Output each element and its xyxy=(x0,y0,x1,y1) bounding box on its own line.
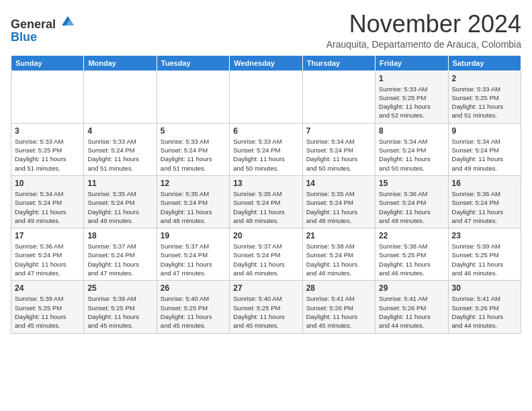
day-number: 25 xyxy=(87,283,152,293)
day-number: 6 xyxy=(233,126,298,136)
day-info: Sunrise: 5:35 AM Sunset: 5:24 PM Dayligh… xyxy=(161,189,226,225)
week-row-3: 17Sunrise: 5:36 AM Sunset: 5:24 PM Dayli… xyxy=(11,228,521,281)
day-number: 15 xyxy=(379,179,444,188)
day-info: Sunrise: 5:35 AM Sunset: 5:24 PM Dayligh… xyxy=(306,189,371,225)
day-info: Sunrise: 5:34 AM Sunset: 5:24 PM Dayligh… xyxy=(15,189,80,225)
day-number: 21 xyxy=(306,231,371,240)
calendar-cell xyxy=(230,71,302,123)
day-info: Sunrise: 5:34 AM Sunset: 5:24 PM Dayligh… xyxy=(452,137,517,173)
day-number: 30 xyxy=(452,283,517,293)
day-number: 23 xyxy=(452,231,517,240)
day-info: Sunrise: 5:40 AM Sunset: 5:25 PM Dayligh… xyxy=(161,294,226,330)
calendar: SundayMondayTuesdayWednesdayThursdayFrid… xyxy=(11,55,521,334)
day-number: 11 xyxy=(87,179,152,188)
header-day-wednesday: Wednesday xyxy=(230,55,302,71)
calendar-cell: 15Sunrise: 5:36 AM Sunset: 5:24 PM Dayli… xyxy=(375,175,448,228)
day-info: Sunrise: 5:33 AM Sunset: 5:25 PM Dayligh… xyxy=(379,85,444,120)
day-info: Sunrise: 5:38 AM Sunset: 5:25 PM Dayligh… xyxy=(379,242,444,277)
day-info: Sunrise: 5:37 AM Sunset: 5:24 PM Dayligh… xyxy=(233,242,298,277)
header: General Blue November 2024 Arauquita, De… xyxy=(11,11,521,50)
day-number: 10 xyxy=(15,179,80,188)
calendar-cell: 8Sunrise: 5:34 AM Sunset: 5:24 PM Daylig… xyxy=(375,123,448,175)
day-number: 19 xyxy=(161,231,226,240)
day-number: 16 xyxy=(452,179,517,188)
calendar-cell: 10Sunrise: 5:34 AM Sunset: 5:24 PM Dayli… xyxy=(11,175,84,228)
day-number: 17 xyxy=(15,231,80,240)
day-number: 27 xyxy=(233,283,298,293)
day-info: Sunrise: 5:33 AM Sunset: 5:24 PM Dayligh… xyxy=(233,137,298,173)
calendar-body: 1Sunrise: 5:33 AM Sunset: 5:25 PM Daylig… xyxy=(11,71,521,333)
day-info: Sunrise: 5:41 AM Sunset: 5:26 PM Dayligh… xyxy=(452,294,517,330)
day-number: 24 xyxy=(15,283,80,293)
calendar-cell: 11Sunrise: 5:35 AM Sunset: 5:24 PM Dayli… xyxy=(84,175,157,228)
day-info: Sunrise: 5:37 AM Sunset: 5:24 PM Dayligh… xyxy=(87,242,152,277)
day-info: Sunrise: 5:33 AM Sunset: 5:24 PM Dayligh… xyxy=(87,137,152,173)
day-info: Sunrise: 5:33 AM Sunset: 5:25 PM Dayligh… xyxy=(15,137,80,173)
calendar-cell xyxy=(11,71,84,123)
logo-general: General xyxy=(11,17,56,31)
week-row-0: 1Sunrise: 5:33 AM Sunset: 5:25 PM Daylig… xyxy=(11,71,521,123)
calendar-cell: 9Sunrise: 5:34 AM Sunset: 5:24 PM Daylig… xyxy=(448,123,521,175)
calendar-cell: 25Sunrise: 5:39 AM Sunset: 5:25 PM Dayli… xyxy=(84,281,157,333)
day-info: Sunrise: 5:41 AM Sunset: 5:26 PM Dayligh… xyxy=(379,294,444,330)
day-info: Sunrise: 5:37 AM Sunset: 5:24 PM Dayligh… xyxy=(161,242,226,277)
day-number: 3 xyxy=(15,126,80,136)
calendar-cell: 23Sunrise: 5:39 AM Sunset: 5:25 PM Dayli… xyxy=(448,228,521,281)
calendar-cell: 6Sunrise: 5:33 AM Sunset: 5:24 PM Daylig… xyxy=(230,123,302,175)
logo-blue: Blue xyxy=(11,30,37,44)
day-number: 20 xyxy=(233,231,298,240)
calendar-cell: 26Sunrise: 5:40 AM Sunset: 5:25 PM Dayli… xyxy=(157,281,229,333)
month-title: November 2024 xyxy=(326,11,521,38)
calendar-cell: 14Sunrise: 5:35 AM Sunset: 5:24 PM Dayli… xyxy=(302,175,375,228)
calendar-cell xyxy=(302,71,375,123)
day-number: 1 xyxy=(379,74,444,83)
day-number: 18 xyxy=(87,231,152,240)
day-number: 22 xyxy=(379,231,444,240)
day-number: 9 xyxy=(452,126,517,136)
week-row-2: 10Sunrise: 5:34 AM Sunset: 5:24 PM Dayli… xyxy=(11,175,521,228)
calendar-cell xyxy=(157,71,229,123)
day-number: 13 xyxy=(233,179,298,188)
day-number: 26 xyxy=(161,283,226,293)
calendar-cell: 1Sunrise: 5:33 AM Sunset: 5:25 PM Daylig… xyxy=(375,71,448,123)
calendar-cell xyxy=(84,71,157,123)
calendar-cell: 4Sunrise: 5:33 AM Sunset: 5:24 PM Daylig… xyxy=(84,123,157,175)
day-info: Sunrise: 5:41 AM Sunset: 5:26 PM Dayligh… xyxy=(306,294,371,330)
header-day-sunday: Sunday xyxy=(11,55,84,71)
week-row-1: 3Sunrise: 5:33 AM Sunset: 5:25 PM Daylig… xyxy=(11,123,521,175)
calendar-cell: 24Sunrise: 5:39 AM Sunset: 5:25 PM Dayli… xyxy=(11,281,84,333)
calendar-cell: 20Sunrise: 5:37 AM Sunset: 5:24 PM Dayli… xyxy=(230,228,302,281)
header-day-thursday: Thursday xyxy=(302,55,375,71)
day-info: Sunrise: 5:39 AM Sunset: 5:25 PM Dayligh… xyxy=(87,294,152,330)
day-info: Sunrise: 5:39 AM Sunset: 5:25 PM Dayligh… xyxy=(15,294,80,330)
header-day-monday: Monday xyxy=(84,55,157,71)
calendar-cell: 3Sunrise: 5:33 AM Sunset: 5:25 PM Daylig… xyxy=(11,123,84,175)
calendar-cell: 21Sunrise: 5:38 AM Sunset: 5:24 PM Dayli… xyxy=(302,228,375,281)
day-number: 28 xyxy=(306,283,371,293)
day-number: 5 xyxy=(161,126,226,136)
calendar-cell: 22Sunrise: 5:38 AM Sunset: 5:25 PM Dayli… xyxy=(375,228,448,281)
calendar-cell: 13Sunrise: 5:35 AM Sunset: 5:24 PM Dayli… xyxy=(230,175,302,228)
subtitle: Arauquita, Departamento de Arauca, Colom… xyxy=(326,39,521,50)
calendar-cell: 12Sunrise: 5:35 AM Sunset: 5:24 PM Dayli… xyxy=(157,175,229,228)
day-info: Sunrise: 5:36 AM Sunset: 5:24 PM Dayligh… xyxy=(15,242,80,277)
header-day-friday: Friday xyxy=(375,55,448,71)
logo-icon xyxy=(60,13,75,28)
day-info: Sunrise: 5:39 AM Sunset: 5:25 PM Dayligh… xyxy=(452,242,517,277)
day-info: Sunrise: 5:34 AM Sunset: 5:24 PM Dayligh… xyxy=(379,137,444,173)
day-info: Sunrise: 5:35 AM Sunset: 5:24 PM Dayligh… xyxy=(87,189,152,225)
day-number: 29 xyxy=(379,283,444,293)
day-info: Sunrise: 5:35 AM Sunset: 5:24 PM Dayligh… xyxy=(233,189,298,225)
day-info: Sunrise: 5:38 AM Sunset: 5:24 PM Dayligh… xyxy=(306,242,371,277)
logo: General Blue xyxy=(11,13,75,44)
day-number: 14 xyxy=(306,179,371,188)
calendar-cell: 17Sunrise: 5:36 AM Sunset: 5:24 PM Dayli… xyxy=(11,228,84,281)
week-row-4: 24Sunrise: 5:39 AM Sunset: 5:25 PM Dayli… xyxy=(11,281,521,333)
calendar-cell: 16Sunrise: 5:36 AM Sunset: 5:24 PM Dayli… xyxy=(448,175,521,228)
day-number: 7 xyxy=(306,126,371,136)
day-number: 2 xyxy=(452,74,517,83)
day-info: Sunrise: 5:36 AM Sunset: 5:24 PM Dayligh… xyxy=(379,189,444,225)
header-day-saturday: Saturday xyxy=(448,55,521,71)
day-info: Sunrise: 5:33 AM Sunset: 5:24 PM Dayligh… xyxy=(161,137,226,173)
calendar-cell: 5Sunrise: 5:33 AM Sunset: 5:24 PM Daylig… xyxy=(157,123,229,175)
